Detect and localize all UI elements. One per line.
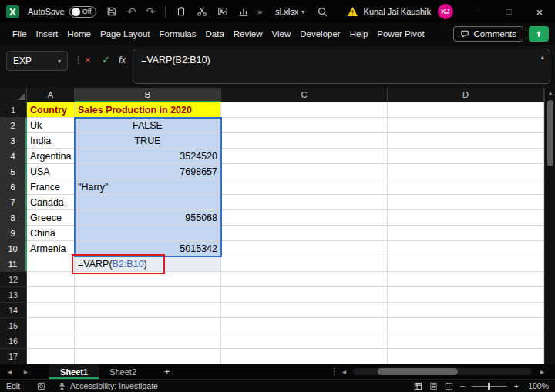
tab-file[interactable]: File [8,23,32,45]
cell-C5[interactable] [221,164,388,179]
cell-D4[interactable] [388,149,544,164]
cell-C3[interactable] [221,133,388,149]
cell-D7[interactable] [388,195,544,210]
zoom-slider[interactable] [472,386,507,387]
scroll-up-icon[interactable]: ▴ [545,89,555,96]
tab-insert[interactable]: Insert [32,23,63,45]
row-header-6[interactable]: 6 [0,179,27,195]
cell-D13[interactable] [388,287,544,303]
confirm-entry-icon[interactable]: ✓ [102,54,110,65]
cell-D1[interactable] [388,102,544,118]
cell-B12[interactable] [75,272,221,287]
copy-icon[interactable] [176,6,187,17]
tab-formulas[interactable]: Formulas [155,23,201,45]
cell-D17[interactable] [388,349,544,364]
vertical-scrollbar[interactable]: ▴ [544,88,555,364]
close-button[interactable]: × [524,0,555,23]
warning-icon[interactable] [347,6,358,17]
cell-D14[interactable] [388,303,544,318]
row-header-13[interactable]: 13 [0,287,27,303]
tab-data[interactable]: Data [201,23,229,45]
tab-power-pivot[interactable]: Power Pivot [372,23,429,45]
cell-B13[interactable] [75,287,221,303]
horizontal-scrollbar-thumb[interactable] [378,368,458,375]
cell-B2[interactable]: FALSE [75,118,221,133]
cell-B17[interactable] [75,349,221,364]
cell-B9[interactable] [75,226,221,241]
select-all-corner[interactable] [0,88,27,102]
row-header-16[interactable]: 16 [0,333,27,349]
cell-C11[interactable] [221,256,388,272]
cell-D16[interactable] [388,333,544,349]
column-header-A[interactable]: A [27,88,75,102]
cell-A12[interactable] [27,272,75,287]
tab-review[interactable]: Review [229,23,267,45]
page-break-view-icon[interactable] [445,382,453,390]
vertical-scrollbar-thumb[interactable] [547,100,553,166]
column-header-D[interactable]: D [388,88,544,102]
minimize-button[interactable]: – [462,0,493,23]
cell-A8[interactable]: Greece [27,210,75,226]
row-header-14[interactable]: 14 [0,303,27,318]
page-layout-view-icon[interactable] [429,382,438,390]
h-scroll-left-icon[interactable]: ◂ [342,367,346,376]
row-header-4[interactable]: 4 [0,149,27,164]
share-button[interactable] [529,26,549,42]
cell-B7[interactable] [75,195,221,210]
collapse-formula-bar-icon[interactable]: ▴ [540,53,544,61]
row-header-10[interactable]: 10 [0,241,27,256]
cell-C6[interactable] [221,179,388,195]
cell-D3[interactable] [388,133,544,149]
cell-C15[interactable] [221,318,388,333]
cell-A14[interactable] [27,303,75,318]
formula-input[interactable]: =VARP(B2:B10) [133,49,550,84]
cell-C9[interactable] [221,226,388,241]
cell-D5[interactable] [388,164,544,179]
cell-B11[interactable]: =VARP(B2:B10) [75,256,221,272]
cell-B3[interactable]: TRUE [75,133,221,149]
cell-C1[interactable] [221,102,388,118]
add-sheet-button[interactable]: + [164,366,170,377]
cell-A11[interactable] [27,256,75,272]
row-header-9[interactable]: 9 [0,226,27,241]
macro-record-icon[interactable] [37,382,45,390]
cell-A17[interactable] [27,349,75,364]
cell-A13[interactable] [27,287,75,303]
column-header-B[interactable]: B [75,88,221,102]
tab-developer[interactable]: Developer [295,23,345,45]
cancel-entry-icon[interactable]: × [85,54,91,65]
cell-C7[interactable] [221,195,388,210]
cell-C2[interactable] [221,118,388,133]
normal-view-icon[interactable] [414,382,422,390]
cell-B5[interactable]: 7698657 [75,164,221,179]
cell-A2[interactable]: Uk [27,118,75,133]
tab-help[interactable]: Help [345,23,373,45]
cell-C4[interactable] [221,149,388,164]
cell-A10[interactable]: Armenia [27,241,75,256]
save-icon[interactable] [106,6,117,17]
cell-B14[interactable] [75,303,221,318]
user-name[interactable]: Kunal Jai Kaushik [364,7,431,16]
cell-B8[interactable]: 955068 [75,210,221,226]
cell-D15[interactable] [388,318,544,333]
tab-home[interactable]: Home [62,23,96,45]
tab-sheet2[interactable]: Sheet2 [99,364,147,379]
cell-B1[interactable]: Sales Production in 2020 [75,102,221,118]
cell-A4[interactable]: Argentina [27,149,75,164]
cell-D2[interactable] [388,118,544,133]
row-header-2[interactable]: 2 [0,118,27,133]
row-header-3[interactable]: 3 [0,133,27,149]
cell-C13[interactable] [221,287,388,303]
cell-D12[interactable] [388,272,544,287]
search-icon[interactable] [317,6,328,18]
filename-chevron-icon[interactable]: ▾ [301,8,304,15]
zoom-slider-knob[interactable] [488,383,490,390]
cell-C8[interactable] [221,210,388,226]
cell-B15[interactable] [75,318,221,333]
cell-C17[interactable] [221,349,388,364]
row-header-15[interactable]: 15 [0,318,27,333]
horizontal-scrollbar[interactable] [353,368,532,375]
name-box[interactable]: EXP ▾ [6,51,68,71]
cell-A9[interactable]: China [27,226,75,241]
autosave-toggle[interactable]: Off [69,6,96,18]
